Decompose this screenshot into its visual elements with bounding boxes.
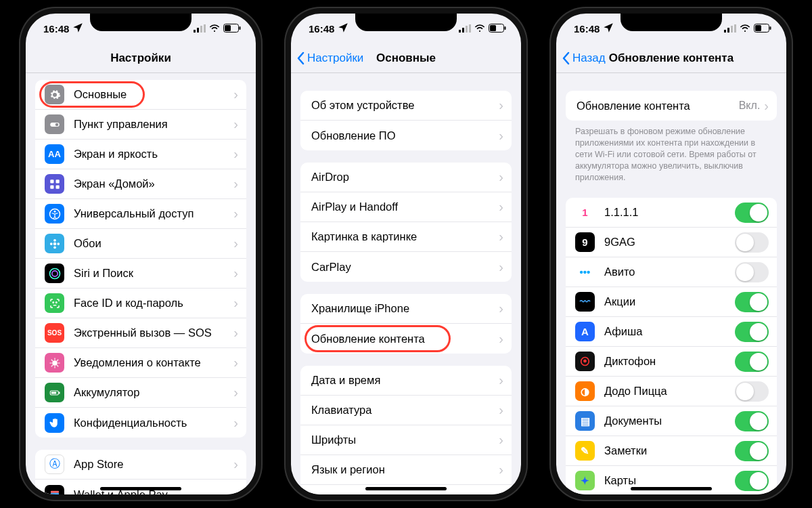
- siri-icon: [45, 263, 64, 283]
- app-icon: ✎: [575, 441, 595, 461]
- settings-row[interactable]: Аккумулятор›: [35, 378, 246, 408]
- settings-row[interactable]: Универсальный доступ›: [35, 199, 246, 229]
- content-scroll[interactable]: Основные› Пункт управления›AA Экран и яр…: [26, 73, 256, 494]
- toggle-switch[interactable]: [735, 441, 769, 461]
- row-label: Конфиденциальность: [74, 417, 233, 429]
- svg-rect-44: [469, 24, 471, 33]
- row-label: AirDrop: [311, 171, 499, 184]
- svg-rect-10: [50, 179, 53, 183]
- chevron-right-icon: ›: [233, 87, 238, 102]
- row-label: Клавиатура: [311, 404, 499, 417]
- gear-icon: [45, 85, 64, 104]
- toggle-switch[interactable]: [735, 352, 769, 372]
- settings-row[interactable]: Шрифты›: [300, 425, 512, 455]
- row-label: App Store: [74, 458, 233, 471]
- signal-icon: [459, 23, 471, 35]
- app-toggle-row: ◑ Додо Пицца: [566, 377, 777, 406]
- chevron-right-icon: ›: [233, 457, 238, 472]
- A-icon: Ⓐ: [45, 454, 64, 474]
- toggle-switch[interactable]: [735, 411, 769, 431]
- background-refresh-row[interactable]: Обновление контента Вкл.›: [566, 91, 777, 121]
- toggle-switch[interactable]: [735, 262, 769, 282]
- page-title: Настройки: [110, 51, 171, 65]
- notch: [355, 14, 457, 31]
- settings-row[interactable]: AA Экран и яркость›: [35, 140, 246, 169]
- settings-row[interactable]: Дата и время›: [300, 366, 512, 396]
- chevron-right-icon: ›: [233, 355, 238, 371]
- app-toggle-row: ⦿ Диктофон: [566, 347, 777, 377]
- row-label: Картинка в картинке: [311, 230, 499, 243]
- svg-rect-42: [462, 28, 464, 33]
- row-label: Экран «Домой»: [74, 177, 233, 190]
- svg-rect-49: [724, 30, 726, 33]
- app-label: Документы: [604, 415, 735, 427]
- wifi-icon: [209, 23, 220, 35]
- wifi-icon: [474, 23, 485, 35]
- chevron-right-icon: ›: [233, 415, 238, 431]
- app-icon: ▤: [575, 411, 595, 431]
- settings-row[interactable]: Обои›: [35, 229, 246, 259]
- toggle-switch[interactable]: [735, 292, 769, 312]
- settings-row[interactable]: Основные›: [35, 80, 246, 110]
- status-time: 16:48: [309, 23, 334, 35]
- home-indicator[interactable]: [631, 487, 712, 490]
- wifi-icon: [740, 23, 750, 35]
- app-label: Диктофон: [604, 355, 735, 368]
- settings-row[interactable]: Ⓐ App Store›: [35, 450, 246, 480]
- svg-rect-6: [225, 25, 231, 31]
- svg-point-25: [52, 360, 58, 366]
- row-label: Siri и Поиск: [74, 267, 233, 280]
- page-title: Основные: [376, 51, 436, 65]
- content-scroll[interactable]: Об этом устройстве›Обновление ПО›AirDrop…: [291, 73, 521, 494]
- settings-row[interactable]: Клавиатура›: [300, 396, 512, 425]
- svg-point-23: [53, 301, 54, 303]
- row-label: Словарь: [311, 494, 499, 495]
- settings-row[interactable]: Siri и Поиск›: [35, 259, 246, 289]
- chevron-right-icon: ›: [764, 98, 769, 114]
- toggle-switch[interactable]: [735, 203, 769, 223]
- toggle-switch[interactable]: [735, 322, 769, 342]
- settings-row[interactable]: Face ID и код-пароль›: [35, 289, 246, 318]
- back-button[interactable]: Настройки: [296, 43, 363, 72]
- home-indicator[interactable]: [100, 487, 181, 490]
- settings-row[interactable]: Конфиденциальность›: [35, 408, 246, 438]
- settings-row[interactable]: Об этом устройстве›: [300, 91, 512, 121]
- access-icon: [45, 204, 64, 224]
- settings-row[interactable]: Экран «Домой»›: [35, 169, 246, 199]
- settings-row[interactable]: Картинка в картинке›: [300, 222, 512, 252]
- location-icon: [72, 22, 84, 36]
- svg-point-15: [53, 210, 55, 212]
- settings-row[interactable]: AirPlay и Handoff›: [300, 192, 512, 222]
- settings-row[interactable]: Уведомления о контакте›: [35, 348, 246, 378]
- footer-text: Разрешать в фоновом режиме обновление пр…: [556, 121, 786, 186]
- app-icon: 9: [575, 232, 595, 252]
- app-icon: A: [575, 322, 595, 341]
- navbar: Назад Обновление контента: [556, 43, 786, 73]
- toggle-switch[interactable]: [735, 232, 769, 253]
- settings-row[interactable]: AirDrop›: [300, 163, 512, 192]
- app-icon: ⦿: [575, 352, 595, 371]
- toggle-switch[interactable]: [735, 471, 769, 491]
- back-button[interactable]: Назад: [562, 43, 606, 72]
- row-label: CarPlay: [311, 261, 499, 274]
- home-indicator[interactable]: [365, 487, 447, 490]
- svg-rect-37: [51, 491, 59, 493]
- settings-row[interactable]: CarPlay›: [300, 252, 512, 282]
- app-label: 9GAG: [604, 236, 735, 249]
- signal-icon: [724, 23, 736, 35]
- chevron-right-icon: ›: [499, 373, 503, 388]
- toggle-switch[interactable]: [735, 381, 769, 402]
- settings-row[interactable]: Обновление ПО›: [300, 121, 512, 150]
- content-scroll[interactable]: Обновление контента Вкл.›Разрешать в фон…: [556, 73, 786, 494]
- settings-row[interactable]: Язык и регион›: [300, 455, 512, 485]
- app-icon: 1: [575, 203, 595, 222]
- svg-point-18: [53, 246, 56, 249]
- svg-line-31: [57, 365, 58, 366]
- settings-row[interactable]: SOS Экстренный вызов — SOS›: [35, 318, 246, 348]
- settings-row[interactable]: Обновление контента›: [300, 324, 512, 354]
- settings-row[interactable]: Хранилище iPhone›: [300, 294, 512, 324]
- chevron-right-icon: ›: [499, 492, 503, 495]
- virus-icon: [45, 353, 64, 373]
- settings-row[interactable]: Пункт управления›: [35, 110, 246, 140]
- svg-point-17: [53, 238, 56, 241]
